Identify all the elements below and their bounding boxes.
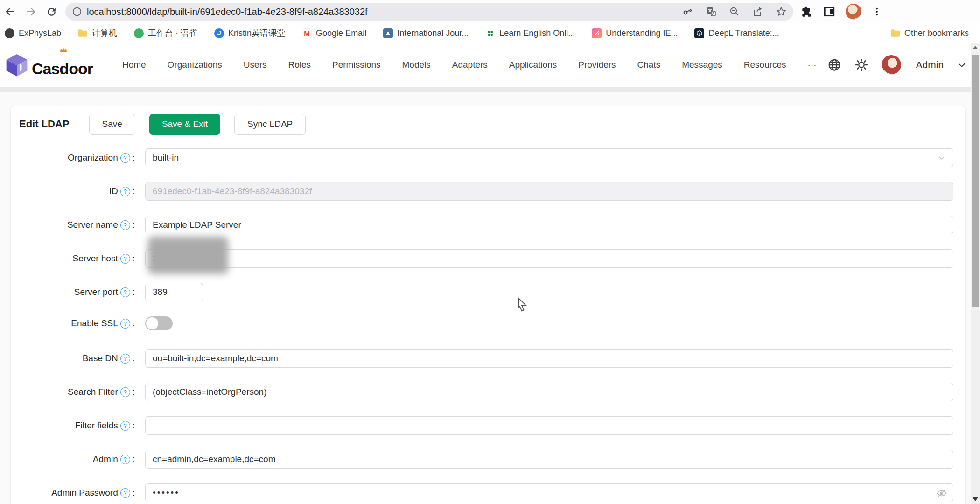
header-divider: [0, 87, 971, 92]
admin-password-field[interactable]: [145, 483, 953, 502]
bookmark-item[interactable]: 工作台 · 语雀: [134, 28, 197, 39]
site-favicon-blue-square: [383, 28, 393, 38]
help-icon[interactable]: ?: [120, 153, 130, 163]
nav-item-users[interactable]: Users: [233, 60, 278, 70]
form-row-search-filter: Search Filter?:: [19, 383, 965, 401]
scroll-down-button[interactable]: [971, 495, 980, 504]
folder-icon: [890, 28, 900, 38]
crown-icon: [60, 47, 67, 53]
sync-ldap-button[interactable]: Sync LDAP: [234, 114, 306, 135]
nav-item-models[interactable]: Models: [392, 60, 441, 70]
admin-dn-field[interactable]: [145, 450, 953, 469]
organization-select[interactable]: built-in: [145, 148, 953, 167]
nav-item-more[interactable]: ···: [797, 60, 827, 70]
bookmark-item[interactable]: Kristin英语课堂: [214, 28, 285, 39]
user-name[interactable]: Admin: [916, 59, 944, 70]
other-bookmarks-button[interactable]: Other bookmarks: [890, 28, 969, 38]
sidepanel-icon[interactable]: [823, 6, 835, 18]
base-dn-field[interactable]: [145, 349, 953, 368]
field-label: ID: [109, 186, 118, 196]
bookmark-item[interactable]: 计算机: [78, 28, 117, 39]
nav-item-permissions[interactable]: Permissions: [322, 60, 391, 70]
forward-icon: [25, 6, 37, 18]
help-icon[interactable]: ?: [120, 455, 130, 464]
scrollbar-thumb[interactable]: [972, 55, 979, 307]
id-field: [145, 182, 953, 201]
save-button[interactable]: Save: [89, 114, 135, 135]
url-text[interactable]: localhost:8000/ldap/built-in/691edec0-f1…: [87, 7, 677, 17]
filter-fields-field[interactable]: [145, 416, 953, 435]
help-icon[interactable]: ?: [120, 220, 130, 230]
gmail-icon: M: [302, 28, 312, 38]
casdoor-logo[interactable]: Casdoor: [5, 52, 93, 78]
bookmarks-divider: [881, 28, 881, 39]
page-info-icon[interactable]: [72, 7, 82, 17]
brand-text: Casdoor: [32, 60, 93, 78]
bookmark-star-icon[interactable]: [776, 6, 787, 17]
server-name-field[interactable]: [145, 216, 953, 234]
address-bar[interactable]: localhost:8000/ldap/built-in/691edec0-f1…: [65, 3, 793, 21]
nav-item-messages[interactable]: Messages: [671, 60, 733, 70]
bookmark-item[interactable]: Understanding IE...: [592, 28, 678, 38]
help-icon[interactable]: ?: [120, 187, 130, 196]
translate-icon[interactable]: [706, 6, 717, 17]
edit-ldap-card: Edit LDAP Save Save & Exit Sync LDAP Org…: [10, 106, 966, 504]
save-and-exit-button[interactable]: Save & Exit: [149, 114, 220, 135]
nav-item-providers[interactable]: Providers: [567, 60, 626, 70]
bookmark-item[interactable]: International Jour...: [383, 28, 469, 38]
nav-item-roles[interactable]: Roles: [277, 60, 322, 70]
organization-value: built-in: [153, 153, 179, 163]
bookmarks-bar: ExPhysLab 计算机 工作台 · 语雀 Kristin英语课堂 M Goo…: [0, 23, 980, 43]
nav-item-resources[interactable]: Resources: [733, 60, 797, 70]
main-nav: Home Organizations Users Roles Permissio…: [112, 60, 827, 70]
search-filter-field[interactable]: [145, 383, 953, 401]
extensions-icon[interactable]: [801, 6, 813, 18]
browser-toolbar: localhost:8000/ldap/built-in/691edec0-f1…: [0, 0, 980, 23]
language-globe-icon[interactable]: [827, 58, 841, 72]
share-icon[interactable]: [752, 6, 763, 17]
help-icon[interactable]: ?: [120, 387, 130, 397]
deepl-icon: [694, 28, 704, 38]
nav-item-applications[interactable]: Applications: [498, 60, 567, 70]
nav-item-organizations[interactable]: Organizations: [157, 60, 233, 70]
user-avatar[interactable]: [882, 55, 901, 75]
form-row-id: ID?:: [19, 182, 965, 201]
nav-item-adapters[interactable]: Adapters: [441, 60, 498, 70]
pink-gradient-icon: [592, 28, 602, 38]
help-icon[interactable]: ?: [120, 488, 130, 498]
scroll-up-button[interactable]: [971, 43, 980, 52]
theme-sun-icon[interactable]: [854, 58, 868, 72]
password-key-icon[interactable]: [682, 6, 693, 17]
browser-menu-icon[interactable]: [872, 7, 882, 17]
page-scrollbar[interactable]: [971, 43, 980, 504]
bookmark-item[interactable]: ExPhysLab: [5, 28, 61, 38]
back-button[interactable]: [0, 1, 21, 22]
help-icon[interactable]: ?: [120, 421, 130, 431]
form-row-server-host: Server host?: 1: [19, 249, 965, 268]
zoom-out-icon[interactable]: [729, 6, 740, 17]
page-body: Edit LDAP Save Save & Exit Sync LDAP Org…: [0, 92, 971, 504]
forward-button[interactable]: [21, 1, 41, 22]
bookmark-item[interactable]: M Google Email: [302, 28, 366, 38]
casdoor-cube-icon: [5, 52, 29, 78]
nav-item-chats[interactable]: Chats: [627, 60, 672, 70]
password-visibility-icon[interactable]: [937, 488, 947, 498]
bookmark-item[interactable]: DeepL Translate:...: [694, 28, 779, 38]
browser-profile-avatar[interactable]: [846, 4, 861, 20]
green-dots-icon: [485, 28, 495, 38]
chevron-down-icon[interactable]: [957, 60, 967, 70]
field-label: Enable SSL: [71, 318, 118, 329]
field-label: Admin Password: [51, 488, 118, 498]
help-icon[interactable]: ?: [120, 319, 130, 329]
help-icon[interactable]: ?: [120, 254, 130, 264]
server-port-field[interactable]: [145, 283, 203, 301]
server-host-field[interactable]: [145, 249, 953, 268]
bookmark-item[interactable]: Learn English Onli...: [485, 28, 575, 38]
app-header: Casdoor Home Organizations Users Roles P…: [0, 43, 971, 87]
help-icon[interactable]: ?: [120, 287, 130, 297]
nav-item-home[interactable]: Home: [112, 60, 157, 70]
reload-button[interactable]: [41, 1, 62, 22]
help-icon[interactable]: ?: [120, 354, 130, 364]
site-favicon-blue-circle: [214, 28, 224, 38]
enable-ssl-toggle[interactable]: [145, 316, 173, 330]
